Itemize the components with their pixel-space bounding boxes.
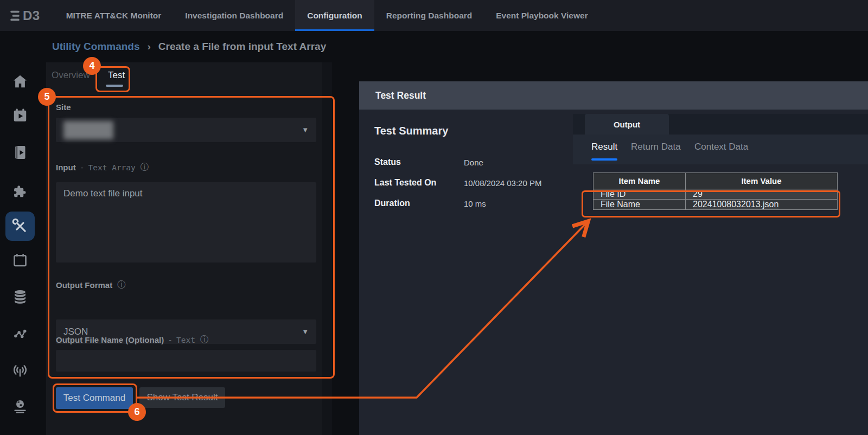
input-info-icon[interactable]: ⓘ: [141, 162, 149, 173]
summary-status-label: Status: [374, 157, 401, 167]
puzzle-icon: [12, 184, 28, 200]
top-nav-bar: D3 MITRE ATT&CK Monitor Investigation Da…: [0, 0, 868, 31]
file-id-value-cell: 29: [686, 189, 837, 199]
nav-item-mitre-attck-monitor[interactable]: MITRE ATT&CK Monitor: [54, 0, 174, 31]
globe-lines-icon: [12, 399, 28, 415]
input-type-hint: Text Array: [88, 163, 136, 172]
output-file-name-label: Output File Name (Optional): [56, 335, 164, 344]
nav-items: MITRE ATT&CK Monitor Investigation Dashb…: [54, 0, 600, 31]
output-file-name-info-icon[interactable]: ⓘ: [200, 334, 209, 346]
sidebar-item-utility-commands[interactable]: [5, 212, 35, 241]
tab-overview[interactable]: Overview: [52, 70, 90, 81]
tools-icon: [12, 218, 28, 234]
breadcrumb: Utility Commands › Create a File from in…: [0, 31, 868, 62]
tab-return-data[interactable]: Return Data: [631, 142, 681, 152]
result-table: Item Name Item Value File ID 29 File Nam…: [593, 172, 838, 210]
output-file-name-separator: -: [169, 336, 171, 344]
sidebar-item-incident-report[interactable]: [5, 432, 35, 435]
left-panel-scrollbar[interactable]: [322, 62, 332, 435]
file-name-link[interactable]: 20241008032013.json: [686, 200, 837, 209]
input-label-separator: -: [81, 163, 84, 172]
sidebar-item-playbook-library[interactable]: [5, 138, 35, 167]
site-select[interactable]: ▼: [56, 118, 316, 142]
file-id-name-cell: File ID: [593, 189, 685, 199]
chevron-down-icon: ▼: [302, 328, 309, 336]
test-summary-title: Test Summary: [374, 125, 448, 137]
sidebar-item-event-playbooks[interactable]: [5, 101, 35, 130]
input-label-row: Input - Text Array ⓘ: [56, 162, 149, 173]
sidebar: [0, 31, 46, 435]
sidebar-item-schedules[interactable]: [5, 246, 35, 275]
sidebar-item-geo-feeds[interactable]: [5, 392, 35, 421]
d3-logo: D3: [0, 0, 50, 31]
site-select-redacted-value: [63, 121, 113, 139]
summary-last-tested-value: 10/08/2024 03:20 PM: [464, 178, 541, 188]
nav-item-configuration[interactable]: Configuration: [295, 0, 374, 31]
result-tab-strip: Result Return Data Context Data: [573, 135, 868, 164]
output-tab-row: Output: [573, 114, 868, 135]
breadcrumb-current: Create a File from input Text Array: [158, 41, 326, 53]
output-file-name-label-row: Output File Name (Optional) - Text ⓘ: [56, 334, 209, 346]
table-header-row: Item Name Item Value: [593, 173, 838, 189]
test-result-panel: Test Result Test Summary Status Done Las…: [359, 81, 868, 435]
sidebar-item-data-sources[interactable]: [5, 282, 35, 311]
column-header-item-value: Item Value: [686, 173, 838, 189]
output-format-label-row: Output Format ⓘ: [56, 279, 126, 291]
output-format-info-icon[interactable]: ⓘ: [117, 279, 126, 291]
sidebar-item-connections[interactable]: [5, 320, 35, 349]
sidebar-item-broadcast[interactable]: [5, 355, 35, 385]
chevron-down-icon: ▼: [302, 126, 309, 134]
nav-item-investigation-dashboard[interactable]: Investigation Dashboard: [173, 0, 295, 31]
nav-item-reporting-dashboard[interactable]: Reporting Dashboard: [374, 0, 484, 31]
output-format-label: Output Format: [56, 280, 112, 290]
tab-result[interactable]: Result: [591, 142, 617, 152]
sidebar-item-integrations[interactable]: [5, 177, 35, 207]
home-icon: [12, 73, 28, 89]
column-header-item-name: Item Name: [593, 173, 686, 189]
broadcast-icon: [12, 362, 28, 378]
tab-test[interactable]: Test: [108, 70, 125, 81]
database-icon: [12, 289, 28, 305]
calendar-play-icon: [12, 107, 28, 124]
sidebar-item-home[interactable]: [5, 67, 35, 96]
input-textarea[interactable]: Demo text file input: [56, 182, 316, 263]
summary-status-value: Done: [464, 158, 483, 167]
tab-test-underline: [106, 85, 123, 87]
d3-logo-bars-icon: [10, 10, 20, 22]
video-library-icon: [12, 144, 28, 161]
output-section: Output Result Return Data Context Data I…: [573, 114, 868, 435]
test-result-header: Test Result: [359, 81, 868, 110]
share-nodes-icon: [12, 327, 28, 343]
summary-duration-value: 10 ms: [464, 199, 486, 208]
input-label: Input: [56, 163, 76, 172]
tab-context-data[interactable]: Context Data: [694, 142, 748, 152]
show-test-result-button[interactable]: Show Test Result: [139, 387, 225, 408]
file-name-name-cell: File Name: [593, 200, 685, 209]
test-command-button[interactable]: Test Command: [56, 387, 133, 409]
logo-text: D3: [23, 8, 40, 23]
site-label: Site: [56, 103, 71, 112]
app-root: D3 MITRE ATT&CK Monitor Investigation Da…: [0, 0, 868, 435]
table-row-file-id: File ID 29: [593, 189, 838, 200]
output-file-name-input[interactable]: [56, 350, 316, 372]
output-file-name-type-hint: Text: [176, 336, 195, 344]
tab-output[interactable]: Output: [585, 114, 669, 135]
result-tab-underline: [591, 158, 617, 161]
calendar-icon: [12, 252, 28, 268]
summary-duration-label: Duration: [374, 199, 410, 208]
test-result-title: Test Result: [375, 90, 426, 101]
breadcrumb-parent-link[interactable]: Utility Commands: [52, 41, 140, 53]
table-row-file-name: File Name 20241008032013.json: [593, 200, 838, 210]
summary-last-tested-label: Last Tested On: [374, 178, 436, 188]
nav-item-event-playbook-viewer[interactable]: Event Playbook Viewer: [484, 0, 599, 31]
breadcrumb-separator: ›: [148, 41, 151, 53]
